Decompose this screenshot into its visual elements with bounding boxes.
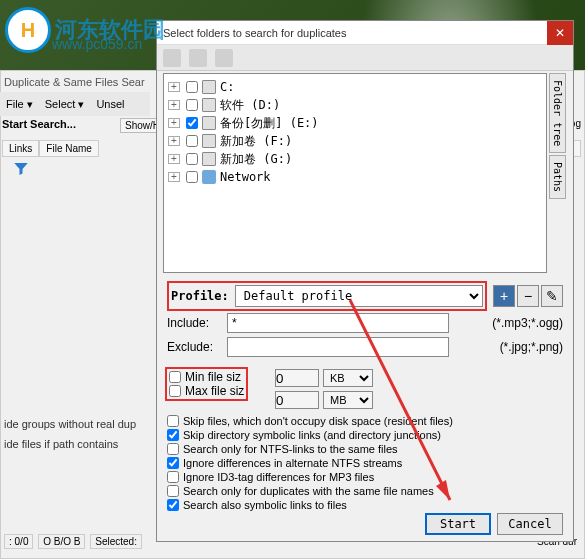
status-bar: : 0/0 O B/O B Selected: [4, 536, 144, 547]
tab-folder-tree[interactable]: Folder tree [549, 73, 566, 153]
tree-checkbox[interactable] [186, 117, 198, 129]
size-filters: Min file siz Max file siz [165, 367, 248, 401]
tree-checkbox[interactable] [186, 81, 198, 93]
close-button[interactable]: ✕ [547, 21, 573, 45]
max-size-input[interactable] [275, 391, 319, 409]
main-toolbar: File ▾ Select ▾ Unsel [0, 92, 150, 116]
profile-row: Profile: Default profile + − ✎ [167, 281, 563, 311]
option-checkbox[interactable] [167, 443, 179, 455]
include-label: Include: [167, 316, 221, 330]
dialog-titlebar: Select folders to search for duplicates [157, 21, 573, 45]
start-button[interactable]: Start [425, 513, 491, 535]
tree-item[interactable]: + 新加卷 (F:) [168, 132, 542, 150]
exclude-row: Exclude: (*.jpg;*.png) [167, 337, 563, 357]
dialog-buttons: Start Cancel [425, 513, 563, 535]
network-icon [202, 170, 216, 184]
expand-icon[interactable]: + [168, 154, 180, 164]
menu-file[interactable]: File ▾ [6, 98, 33, 111]
min-size-input[interactable] [275, 369, 319, 387]
option-checkbox[interactable] [167, 499, 179, 511]
status-count: : 0/0 [4, 534, 33, 549]
tree-checkbox[interactable] [186, 99, 198, 111]
exclude-input[interactable] [227, 337, 449, 357]
dialog-title: Select folders to search for duplicates [163, 27, 346, 39]
tree-item[interactable]: + Network [168, 168, 542, 186]
max-size-label: Max file siz [185, 384, 244, 398]
option-label: Search also symbolic links to files [183, 499, 347, 511]
menu-unsel[interactable]: Unsel [96, 98, 124, 110]
option-label: Search only for NTFS-links to the same f… [183, 443, 398, 455]
expand-icon[interactable]: + [168, 118, 180, 128]
tab-paths[interactable]: Paths [549, 155, 566, 199]
filter-icon[interactable] [10, 160, 32, 178]
size-highlight: Min file siz Max file siz [165, 367, 248, 401]
option-checkbox[interactable] [167, 471, 179, 483]
hide-groups-option: ide groups without real dup [4, 418, 136, 430]
profile-label: Profile: [171, 289, 229, 303]
remove-profile-button[interactable]: − [517, 285, 539, 307]
include-hint: (*.mp3;*.ogg) [455, 316, 563, 330]
folder-tree[interactable]: + C:+ 软件 (D:)+ 备份[勿删] (E:)+ 新加卷 (F:)+ 新加… [163, 73, 547, 273]
expand-icon[interactable]: + [168, 172, 180, 182]
include-input[interactable] [227, 313, 449, 333]
hide-files-option: ide files if path contains [4, 438, 118, 450]
status-bytes: O B/O B [38, 534, 85, 549]
tree-label: 备份[勿删] (E:) [220, 115, 319, 132]
profile-select[interactable]: Default profile [235, 285, 483, 307]
tree-item[interactable]: + 备份[勿删] (E:) [168, 114, 542, 132]
drive-icon [202, 80, 216, 94]
tree-checkbox[interactable] [186, 153, 198, 165]
tree-checkbox[interactable] [186, 171, 198, 183]
site-watermark: H 河东软件园 www.pc059.cn [0, 0, 170, 60]
cancel-button[interactable]: Cancel [497, 513, 563, 535]
min-size-row: Min file siz [169, 370, 244, 384]
drive-icon [202, 116, 216, 130]
tree-item[interactable]: + 软件 (D:) [168, 96, 542, 114]
option-row: Ignore ID3-tag differences for MP3 files [167, 471, 563, 483]
min-size-checkbox[interactable] [169, 371, 181, 383]
expand-icon[interactable]: + [168, 136, 180, 146]
option-label: Ignore differences in alternate NTFS str… [183, 457, 402, 469]
min-size-unit[interactable]: KB [323, 369, 373, 387]
start-search-button[interactable]: Start Search... [2, 118, 76, 130]
expand-icon[interactable]: + [168, 100, 180, 110]
min-size-label: Min file siz [185, 370, 241, 384]
dialog-toolbar [157, 45, 573, 71]
option-label: Ignore ID3-tag differences for MP3 files [183, 471, 374, 483]
tree-label: C: [220, 80, 234, 94]
tree-label: 新加卷 (F:) [220, 133, 292, 150]
drive-icon [202, 134, 216, 148]
option-row: Skip directory symbolic links (and direc… [167, 429, 563, 441]
menu-select[interactable]: Select ▾ [45, 98, 85, 111]
option-label: Skip directory symbolic links (and direc… [183, 429, 441, 441]
drive-icon [202, 98, 216, 112]
toolbar-icon-2[interactable] [189, 49, 207, 67]
profile-highlight: Profile: Default profile [167, 281, 487, 311]
option-checkbox[interactable] [167, 429, 179, 441]
tree-checkbox[interactable] [186, 135, 198, 147]
expand-icon[interactable]: + [168, 82, 180, 92]
tree-item[interactable]: + 新加卷 (G:) [168, 150, 542, 168]
option-checkbox[interactable] [167, 415, 179, 427]
option-row: Search only for NTFS-links to the same f… [167, 443, 563, 455]
option-row: Search also symbolic links to files [167, 499, 563, 511]
side-tabs: Folder tree Paths [549, 73, 569, 201]
profile-buttons: + − ✎ [493, 285, 563, 307]
option-checkbox[interactable] [167, 457, 179, 469]
edit-profile-button[interactable]: ✎ [541, 285, 563, 307]
toolbar-icon-3[interactable] [215, 49, 233, 67]
max-size-unit[interactable]: MB [323, 391, 373, 409]
tree-item[interactable]: + C: [168, 78, 542, 96]
tree-label: 软件 (D:) [220, 97, 280, 114]
option-checkbox[interactable] [167, 485, 179, 497]
tree-label: Network [220, 170, 271, 184]
drive-icon [202, 152, 216, 166]
option-label: Search only for duplicates with the same… [183, 485, 434, 497]
add-profile-button[interactable]: + [493, 285, 515, 307]
col-links[interactable]: Links [2, 140, 39, 157]
main-window-title: Duplicate & Same Files Sear [4, 76, 145, 88]
max-size-checkbox[interactable] [169, 385, 181, 397]
tree-label: 新加卷 (G:) [220, 151, 292, 168]
col-filename[interactable]: File Name [39, 140, 99, 157]
site-url: www.pc059.cn [52, 36, 142, 52]
